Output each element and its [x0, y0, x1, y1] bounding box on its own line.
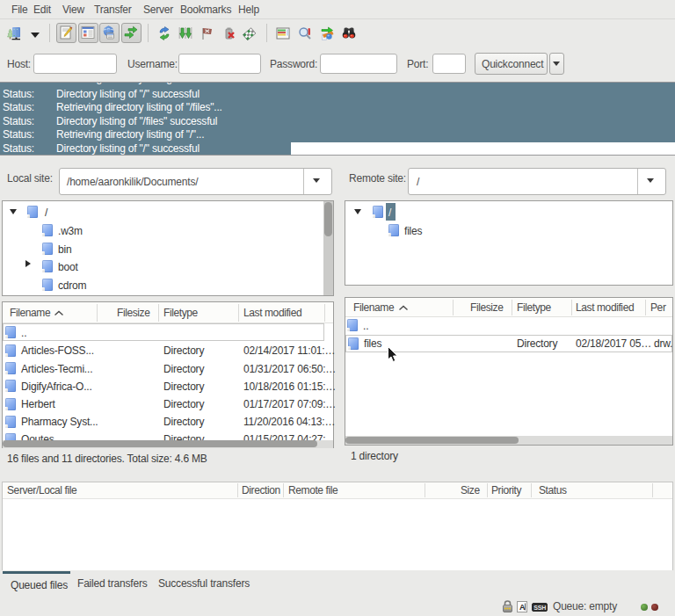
svg-text:SSH: SSH — [533, 605, 546, 611]
svg-text:A: A — [519, 603, 526, 612]
